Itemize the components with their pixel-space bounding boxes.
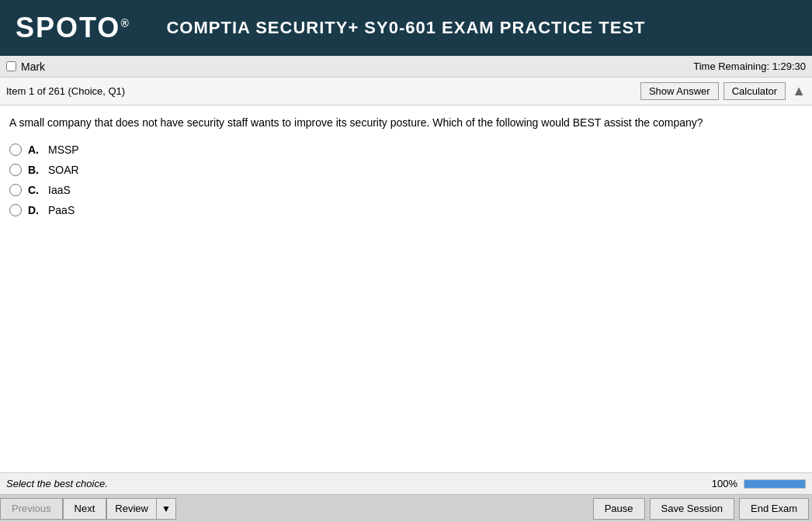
review-dropdown[interactable]: Review ▼ bbox=[106, 498, 176, 520]
answer-letter-3: D. bbox=[28, 204, 39, 216]
end-exam-button[interactable]: End Exam bbox=[739, 498, 809, 520]
question-area: A small company that does not have secur… bbox=[0, 105, 812, 472]
previous-button[interactable]: Previous bbox=[0, 498, 63, 520]
answer-option-d: D.PaaS bbox=[9, 204, 803, 216]
time-label: Time Remaining: bbox=[693, 60, 769, 72]
logo-sup: ® bbox=[120, 17, 130, 29]
radio-b[interactable] bbox=[9, 164, 22, 176]
item-info: Item 1 of 261 (Choice, Q1) bbox=[6, 85, 125, 97]
radio-c[interactable] bbox=[9, 184, 22, 196]
item-bar: Item 1 of 261 (Choice, Q1) Show Answer C… bbox=[0, 78, 812, 105]
review-main-button[interactable]: Review bbox=[107, 498, 156, 520]
review-arrow-button[interactable]: ▼ bbox=[156, 498, 175, 520]
item-buttons: Show Answer Calculator bbox=[640, 82, 786, 100]
progress-area: 100% bbox=[712, 478, 806, 489]
answer-option-c: C.IaaS bbox=[9, 184, 803, 196]
header-title: COMPTIA SECURITY+ SY0-601 EXAM PRACTICE … bbox=[166, 18, 645, 38]
show-answer-button[interactable]: Show Answer bbox=[640, 82, 719, 100]
progress-bar-fill bbox=[744, 480, 805, 488]
answer-letter-2: C. bbox=[28, 184, 39, 196]
logo-text: SPOTO bbox=[16, 12, 120, 43]
time-value: 1:29:30 bbox=[772, 60, 806, 72]
calculator-button[interactable]: Calculator bbox=[724, 82, 786, 100]
question-text: A small company that does not have secur… bbox=[9, 115, 803, 131]
pause-button[interactable]: Pause bbox=[593, 498, 645, 520]
status-text: Select the best choice. bbox=[6, 478, 108, 489]
save-session-button[interactable]: Save Session bbox=[650, 498, 735, 520]
time-remaining: Time Remaining: 1:29:30 bbox=[693, 60, 806, 72]
mark-left: Mark bbox=[6, 60, 45, 73]
progress-percent: 100% bbox=[712, 478, 737, 489]
scroll-indicator: ▲ bbox=[792, 83, 806, 99]
next-button[interactable]: Next bbox=[63, 498, 107, 520]
left-buttons: Previous Next Review ▼ bbox=[0, 498, 176, 520]
answer-text-0: MSSP bbox=[48, 143, 79, 156]
status-bar: Select the best choice. 100% bbox=[0, 472, 812, 494]
answer-text-2: IaaS bbox=[48, 184, 71, 196]
answer-option-b: B.SOAR bbox=[9, 164, 803, 176]
header: SPOTO® COMPTIA SECURITY+ SY0-601 EXAM PR… bbox=[0, 0, 812, 56]
answer-text-1: SOAR bbox=[48, 164, 79, 176]
progress-bar-container bbox=[744, 479, 806, 489]
answer-text-3: PaaS bbox=[48, 204, 75, 216]
mark-label: Mark bbox=[21, 60, 45, 73]
radio-a[interactable] bbox=[9, 143, 22, 156]
answer-letter-0: A. bbox=[28, 143, 39, 156]
right-buttons: Pause Save Session End Exam bbox=[593, 498, 809, 520]
mark-bar: Mark Time Remaining: 1:29:30 bbox=[0, 56, 812, 78]
mark-checkbox[interactable] bbox=[6, 61, 16, 71]
answer-letter-1: B. bbox=[28, 164, 39, 176]
answer-option-a: A.MSSP bbox=[9, 143, 803, 156]
logo: SPOTO® bbox=[16, 12, 130, 44]
answer-options: A.MSSPB.SOARC.IaaSD.PaaS bbox=[9, 143, 803, 216]
bottom-bar: Previous Next Review ▼ Pause Save Sessio… bbox=[0, 494, 812, 522]
radio-d[interactable] bbox=[9, 204, 22, 216]
